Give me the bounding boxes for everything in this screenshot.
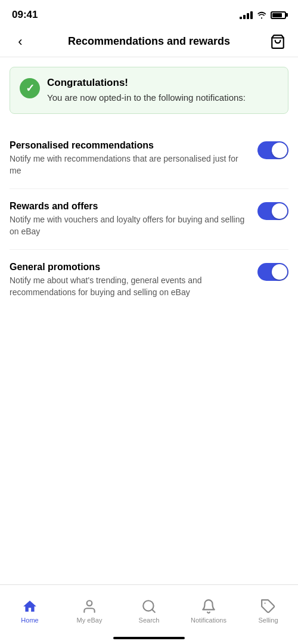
myebay-icon [82, 599, 97, 614]
nav-item-notifications[interactable]: Notifications [179, 585, 238, 632]
back-chevron-icon: ‹ [18, 34, 22, 49]
nav-item-selling[interactable]: Selling [238, 585, 298, 632]
back-button[interactable]: ‹ [10, 31, 31, 52]
home-icon [22, 599, 38, 614]
notification-item-rewards: Rewards and offers Notify me with vouche… [10, 189, 288, 250]
wifi-icon [256, 11, 267, 19]
nav-item-search[interactable]: Search [119, 585, 179, 632]
congrats-title: Congratulations! [47, 77, 278, 89]
header-title: Recommendations and rewards [31, 35, 267, 48]
home-bar-line [113, 637, 185, 639]
nav-item-home[interactable]: Home [0, 585, 60, 632]
nav-item-myebay[interactable]: My eBay [60, 585, 119, 632]
check-icon: ✓ [20, 78, 40, 98]
status-icons [240, 11, 286, 19]
svg-line-3 [152, 609, 155, 612]
status-bar: 09:41 [0, 0, 298, 26]
cart-button[interactable] [267, 31, 288, 52]
bottom-nav: Home My eBay Search Notifications Sellin… [0, 584, 298, 632]
notifications-list: Personalised recommendations Notify me w… [10, 128, 288, 311]
toggle-personalised[interactable] [257, 140, 288, 159]
notification-item-general: General promotions Notify me about what'… [10, 250, 288, 310]
nav-label-myebay: My eBay [77, 617, 103, 624]
congrats-text: Congratulations! You are now opted-in to… [47, 77, 278, 104]
notif-desc-rewards: Notify me with vouchers and loyalty offe… [10, 214, 250, 237]
signal-icon [240, 11, 253, 19]
svg-point-1 [87, 600, 92, 606]
toggle-switch-rewards[interactable] [257, 202, 288, 220]
status-time: 09:41 [12, 9, 38, 21]
notif-title-rewards: Rewards and offers [10, 201, 250, 212]
notifications-icon [201, 599, 216, 614]
header: ‹ Recommendations and rewards [0, 26, 298, 57]
nav-label-notifications: Notifications [191, 617, 226, 624]
toggle-knob-general [272, 264, 287, 280]
nav-label-home: Home [21, 617, 38, 624]
content-area: ✓ Congratulations! You are now opted-in … [0, 57, 298, 584]
notification-item-personalised: Personalised recommendations Notify me w… [10, 128, 288, 189]
toggle-general[interactable] [257, 262, 288, 281]
home-bar [0, 632, 298, 644]
toggle-rewards[interactable] [257, 201, 288, 220]
selling-icon [260, 599, 276, 614]
congrats-description: You are now opted-in to the following no… [47, 91, 278, 104]
cart-icon [270, 34, 285, 49]
search-icon [141, 599, 157, 614]
notif-desc-personalised: Notify me with recommendations that are … [10, 153, 250, 177]
toggle-switch-general[interactable] [257, 263, 288, 281]
battery-icon [271, 11, 286, 19]
nav-label-selling: Selling [258, 617, 278, 624]
notif-title-personalised: Personalised recommendations [10, 140, 250, 151]
notif-title-general: General promotions [10, 262, 250, 273]
toggle-knob-personalised [272, 143, 287, 158]
notif-desc-general: Notify me about what's trending, general… [10, 275, 250, 298]
toggle-knob-rewards [272, 203, 287, 219]
nav-label-search: Search [139, 617, 160, 624]
toggle-switch-personalised[interactable] [257, 141, 288, 159]
congrats-banner: ✓ Congratulations! You are now opted-in … [10, 67, 288, 114]
